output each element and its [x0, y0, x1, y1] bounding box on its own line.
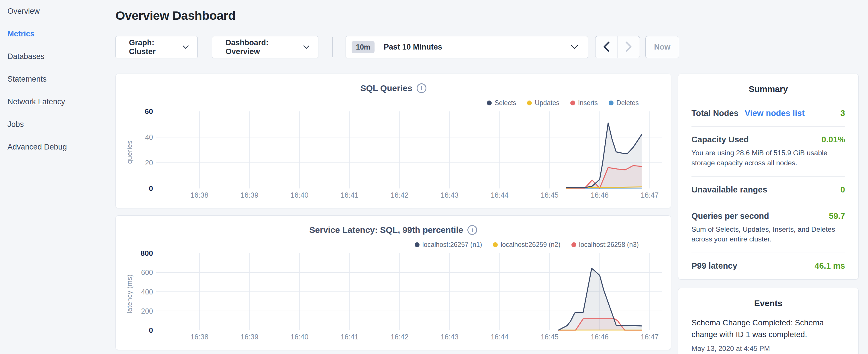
summary-row-main: Capacity Used0.01%	[691, 135, 845, 144]
x-axis-tick-label: 16:47	[641, 191, 659, 199]
legend-dot-icon	[493, 242, 498, 247]
x-axis-tick-label: 16:42	[391, 191, 409, 199]
x-axis-tick-label: 16:46	[591, 191, 609, 199]
legend-item-selects[interactable]: Selects	[487, 99, 516, 107]
x-axis-tick-label: 16:44	[491, 333, 509, 341]
legend-item-deletes[interactable]: Deletes	[609, 99, 639, 107]
y-axis-title: queries	[125, 140, 133, 164]
sidebar-list: OverviewMetricsDatabasesStatementsNetwor…	[0, 0, 115, 158]
page-title: Overview Dashboard	[116, 9, 236, 23]
summary-panel: Summary Total NodesView nodes list3Capac…	[678, 74, 859, 280]
legend-label: Selects	[495, 99, 516, 107]
summary-row-value: 3	[840, 108, 845, 118]
chevron-down-icon	[571, 45, 578, 49]
legend-item-localhost-26259-n2[interactable]: localhost:26259 (n2)	[493, 241, 560, 249]
chart-plot: 020040060080016:3816:3916:4016:4116:4216…	[116, 251, 672, 350]
x-axis-tick-label: 16:39	[241, 191, 258, 199]
summary-row-queries-per-second: Queries per second59.7Sum of Selects, Up…	[691, 203, 845, 253]
chart-legend: SelectsUpdatesInsertsDeletes	[487, 99, 639, 107]
legend-item-inserts[interactable]: Inserts	[570, 99, 598, 107]
time-range-label: Past 10 Minutes	[384, 43, 442, 52]
summary-row-label: Queries per second	[691, 212, 769, 221]
chevron-down-icon	[177, 45, 189, 49]
chevron-right-icon	[626, 41, 632, 53]
legend-item-localhost-26258-n3[interactable]: localhost:26258 (n3)	[571, 241, 639, 249]
view-nodes-list-link[interactable]: View nodes list	[745, 108, 805, 118]
service-latency-chart-card: Service Latency: SQL, 99th percentileilo…	[116, 215, 671, 350]
y-axis-tick-label: 60	[145, 109, 153, 116]
previous-range-button[interactable]	[595, 36, 618, 58]
graph-scope-select[interactable]: Graph: Cluster	[116, 36, 198, 58]
x-axis-tick-label: 16:38	[191, 333, 209, 341]
chevron-down-icon	[298, 45, 309, 49]
x-axis-tick-label: 16:47	[641, 333, 659, 341]
summary-row-main: Queries per second59.7	[691, 212, 845, 221]
legend-item-updates[interactable]: Updates	[527, 99, 559, 107]
chart-title-row: Service Latency: SQL, 99th percentilei	[116, 225, 671, 235]
y-axis-title: latency (ms)	[125, 275, 133, 314]
info-icon[interactable]: i	[417, 83, 426, 93]
summary-row-value: 46.1 ms	[815, 261, 845, 271]
legend-dot-icon	[527, 100, 532, 105]
y-axis-tick-label: 20	[145, 159, 153, 167]
sidebar-item-metrics[interactable]: Metrics	[0, 23, 115, 45]
summary-row-description: Sum of Selects, Updates, Inserts, and De…	[691, 225, 845, 245]
y-axis-tick-label: 40	[145, 133, 153, 141]
events-panel: Events Schema Change Completed: Schema c…	[678, 288, 859, 354]
sidebar-item-advanced-debug[interactable]: Advanced Debug	[0, 136, 115, 158]
sidebar-item-jobs[interactable]: Jobs	[0, 113, 115, 136]
legend-label: localhost:26258 (n3)	[579, 241, 639, 249]
y-axis-tick-label: 600	[141, 268, 153, 277]
x-axis-tick-label: 16:38	[191, 191, 209, 199]
sidebar-item-network-latency[interactable]: Network Latency	[0, 91, 115, 113]
summary-row-value: 0.01%	[822, 135, 845, 144]
chart-plot: 020406016:3816:3916:4016:4116:4216:4316:…	[116, 109, 672, 208]
legend-dot-icon	[571, 242, 576, 247]
legend-label: Deletes	[616, 99, 639, 107]
x-axis-tick-label: 16:44	[491, 191, 509, 199]
sidebar-nav: OverviewMetricsDatabasesStatementsNetwor…	[0, 0, 115, 354]
time-range-picker[interactable]: 10m Past 10 Minutes	[346, 36, 588, 58]
x-axis-tick-label: 16:39	[241, 333, 258, 341]
legend-label: localhost:26257 (n1)	[423, 241, 482, 249]
event-list-item[interactable]: Schema Change Completed: Schema change w…	[691, 317, 845, 353]
legend-label: Inserts	[578, 99, 598, 107]
event-text: Schema Change Completed: Schema change w…	[691, 317, 845, 341]
x-axis-tick-label: 16:40	[290, 191, 309, 199]
summary-row-label: Total Nodes	[691, 108, 739, 118]
now-button[interactable]: Now	[645, 36, 679, 58]
summary-rows: Total NodesView nodes list3Capacity Used…	[691, 100, 845, 279]
admin-ui-page: OverviewMetricsDatabasesStatementsNetwor…	[0, 0, 868, 354]
summary-row-main: Unavailable ranges0	[691, 185, 845, 194]
event-timestamp: May 13, 2020 at 4:45 PM	[691, 345, 845, 353]
dashboard-select[interactable]: Dashboard: Overview	[212, 36, 318, 58]
sidebar-item-statements[interactable]: Statements	[0, 68, 115, 91]
sidebar-item-label: Overview	[7, 7, 40, 16]
graph-scope-label: Graph: Cluster	[129, 38, 177, 56]
x-axis-tick-label: 16:43	[441, 333, 459, 341]
chart-title: Service Latency: SQL, 99th percentile	[309, 225, 463, 235]
summary-row-main: Total NodesView nodes list3	[691, 108, 845, 118]
time-step-button-group	[595, 36, 640, 58]
y-axis-tick-label: 400	[141, 288, 153, 296]
info-icon[interactable]: i	[467, 225, 477, 235]
summary-row-value: 0	[840, 185, 845, 194]
x-axis-tick-label: 16:43	[441, 191, 459, 199]
next-range-button[interactable]	[618, 36, 640, 58]
x-axis-tick-label: 16:46	[591, 333, 609, 341]
summary-row-description: You are using 28.6 MiB of 515.9 GiB usab…	[691, 148, 845, 168]
legend-item-localhost-26257-n1[interactable]: localhost:26257 (n1)	[415, 241, 482, 249]
x-axis-tick-label: 16:41	[340, 191, 359, 199]
legend-dot-icon	[487, 100, 492, 105]
summary-row-label: Capacity Used	[691, 135, 749, 144]
sidebar-item-databases[interactable]: Databases	[0, 45, 115, 68]
summary-row-label: P99 latency	[691, 261, 737, 271]
legend-label: Updates	[535, 99, 559, 107]
summary-row-total-nodes: Total NodesView nodes list3	[691, 100, 845, 126]
sidebar-item-overview[interactable]: Overview	[0, 0, 115, 23]
chevron-left-icon	[603, 41, 610, 53]
summary-row-capacity-used: Capacity Used0.01%You are using 28.6 MiB…	[691, 126, 845, 176]
controls-divider	[333, 37, 333, 57]
chart-title-row: SQL Queriesi	[116, 83, 671, 93]
summary-row-main: P99 latency46.1 ms	[691, 261, 845, 271]
